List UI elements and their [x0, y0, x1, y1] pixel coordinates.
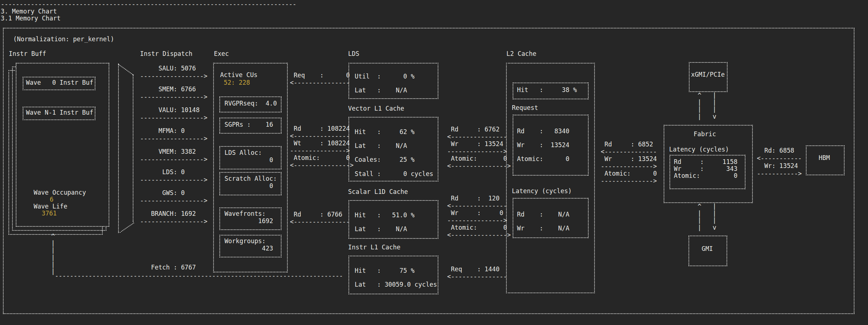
- dispatch-row-salu: SALU: 5076: [151, 65, 196, 72]
- workgroups-value: Workgroups: 423: [224, 237, 273, 252]
- dispatch-arrow-vmem: ----------------->: [140, 156, 207, 163]
- active-cus-value: 52: 228: [224, 79, 250, 86]
- arrow-fabric-l2: Rd : 6852 <-------------- Wr : 13524 ---…: [601, 141, 657, 184]
- fetch-up-arrow: ^ | | | | |: [51, 233, 55, 275]
- dispatch-row-mfma: MFMA: 0: [151, 127, 185, 134]
- sgpr-value: SGPRs : 16: [224, 121, 273, 128]
- scalar-l1d-stats: Hit : 51.0 % Lat : N/A: [355, 208, 415, 236]
- l2-latency-values: Rd : N/A Wr : N/A: [517, 207, 569, 235]
- arrow-vector-l1-exec: Rd : 108224 <--------------- Wt : 108224…: [290, 125, 354, 169]
- section-header-lds: LDS: [348, 50, 359, 57]
- scratch-alloc-value: Scratch Alloc: 0: [224, 175, 277, 190]
- arrow-l2-vector-l1: Rd : 6762 <--------------- Wr : 13524 --…: [447, 126, 511, 169]
- l2-request-label: Request: [512, 104, 538, 111]
- dispatch-row-gws: GWS: 0: [151, 190, 185, 196]
- vector-l1-stats: Hit : 62 % Lat : N/A Coales: 25 % Stall …: [355, 125, 433, 181]
- wave-occupancy-value: 6: [50, 196, 53, 203]
- dispatch-row-lds: LDS: 0: [151, 169, 185, 176]
- lds-stats: Util : 0 % Lat : N/A: [355, 69, 415, 97]
- xgmi-fabric-updown-arrows: ^ | | | | | | v: [698, 92, 716, 120]
- fetch-line: ----------------------------------------…: [55, 272, 343, 279]
- l2-request-values: Rd : 8340 Wr : 13524 Atomic: 0: [517, 124, 569, 166]
- fabric-gmi-updown-arrows: ^ | | | | | | v: [698, 203, 716, 231]
- arrow-scalar-l1d-exec: Rd : 6766 <---------------: [290, 211, 350, 225]
- fabric-latency-values: Rd : 1158 Wr : 343 Atomic: 0: [674, 158, 737, 180]
- instr-l1-title: Instr L1 Cache: [348, 244, 400, 251]
- dispatch-arrow-mfma: ----------------->: [140, 135, 207, 142]
- wave-0-instr-buf-label: Wave 0 Instr Buf: [26, 79, 93, 86]
- hbm-label: HBM: [819, 154, 830, 161]
- dispatch-arrow-branch: ----------------->: [140, 218, 207, 225]
- dispatch-row-smem: SMEM: 6766: [151, 86, 196, 93]
- wave-life-value: 3761: [42, 210, 57, 217]
- wave-life-label: Wave Life: [34, 203, 67, 210]
- top-separator: ----------------------------------------…: [1, 1, 297, 8]
- wave-n1-instr-buf-label: Wave N-1 Instr Buf: [26, 109, 93, 116]
- arrow-l2-scalar-l1d: Rd : 120 <--------------- Wr : 0 -------…: [447, 195, 511, 238]
- active-cus-label: Active CUs: [220, 72, 257, 79]
- page-subtitle: 3.1 Memory Chart: [1, 15, 61, 22]
- instr-l1-stats: Hit : 75 % Lat : 30059.0 cycles: [355, 264, 437, 291]
- xgmi-pcie-label: xGMI/PCIe: [691, 71, 725, 78]
- wave-occupancy-label: Wave Occupancy: [34, 189, 86, 196]
- page-title: 3. Memory Chart: [1, 8, 57, 15]
- dispatch-channel-left-line: [118, 64, 119, 233]
- fabric-latency-label: Latency (cycles): [669, 146, 729, 153]
- dispatch-arrow-valu: ----------------->: [140, 114, 207, 121]
- normalization-label: (Normalization: per_kernel): [13, 36, 114, 43]
- vgpr-value: RVGPRseq: 4.0: [224, 100, 277, 107]
- arrow-lds-req: Req : 0 <---------------: [290, 72, 350, 86]
- dispatch-row-branch: BRANCH: 1692: [151, 210, 196, 217]
- section-header-instr-buff: Instr Buff: [9, 50, 46, 57]
- scalar-l1d-title: Scalar L1D Cache: [348, 188, 408, 195]
- lds-alloc-value: LDS Alloc: 0: [224, 149, 273, 164]
- vector-l1-title: Vector L1 Cache: [348, 105, 404, 112]
- dispatch-channel-right-line: [133, 74, 133, 222]
- fetch-label: Fetch : 6767: [151, 264, 196, 271]
- gmi-label: GMI: [702, 245, 713, 252]
- fabric-title: Fabric: [694, 131, 716, 138]
- arrow-hbm-fabric: Rd: 6858 <----------- Wr: 13524 --------…: [757, 147, 802, 177]
- dispatch-arrow-gws: ----------------->: [140, 197, 207, 204]
- l2-hit-value: Hit : 38 %: [517, 87, 577, 93]
- dispatch-row-valu: VALU: 10148: [151, 107, 200, 114]
- dispatch-arrow-lds: ----------------->: [140, 176, 207, 183]
- arrow-l2-instr-l1: Req : 1440 <---------------: [447, 265, 507, 280]
- dispatch-arrow-salu: ----------------->: [140, 73, 207, 80]
- dispatch-arrow-smem: ----------------->: [140, 93, 207, 100]
- section-header-l2-cache: L2 Cache: [506, 50, 536, 57]
- terminal: { "colors": { "background": "#262626", "…: [0, 0, 868, 325]
- l2-latency-label: Latency (cycles): [512, 188, 572, 195]
- wavefronts-value: Wavefronts: 1692: [224, 210, 273, 225]
- section-header-exec: Exec: [214, 50, 229, 57]
- dispatch-row-vmem: VMEM: 3382: [151, 148, 196, 155]
- section-header-instr-dispatch: Instr Dispatch: [140, 50, 192, 57]
